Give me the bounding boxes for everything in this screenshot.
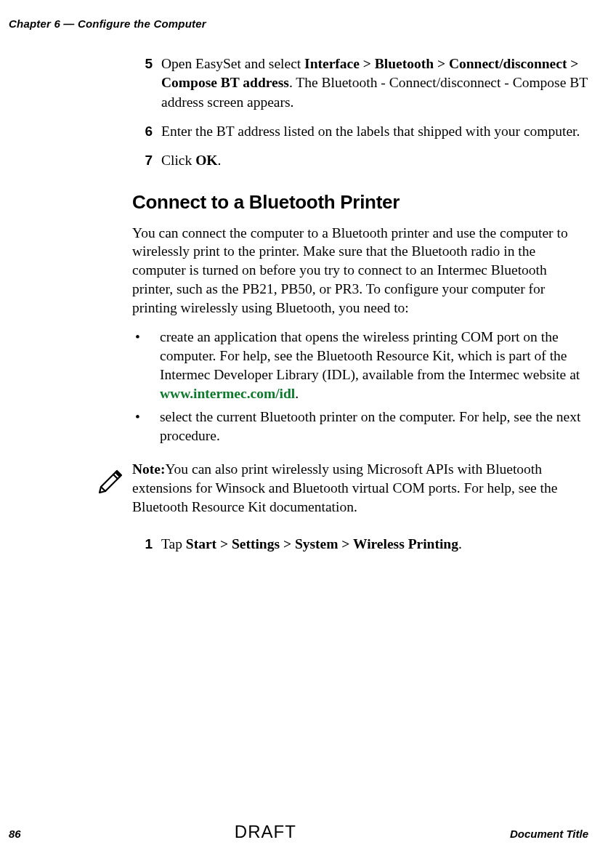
main-content: 5 Open EasySet and select Interface > Bl… (132, 54, 588, 554)
step-pre: Tap (161, 536, 186, 551)
step-number: 7 (132, 151, 161, 170)
bullet-marker: • (132, 408, 160, 445)
step-number: 5 (132, 54, 161, 112)
step-body: Enter the BT address listed on the label… (161, 122, 580, 141)
step-number: 6 (132, 122, 161, 141)
note-body-text: You can also print wirelessly using Micr… (132, 461, 557, 515)
intermec-link[interactable]: www.intermec.com/idl (160, 386, 295, 401)
note-label: Note: (132, 461, 165, 477)
step-post: . (458, 536, 462, 551)
bullet-pre: create an application that opens the wir… (160, 329, 580, 382)
document-title: Document Title (510, 828, 588, 840)
intro-paragraph: You can connect the computer to a Blueto… (132, 224, 588, 318)
step-5: 5 Open EasySet and select Interface > Bl… (132, 54, 588, 112)
step-6: 6 Enter the BT address listed on the lab… (132, 122, 588, 141)
step-body: Open EasySet and select Interface > Blue… (161, 54, 588, 112)
bullet-pre: select the current Bluetooth printer on … (160, 409, 580, 443)
running-header: Chapter 6 — Configure the Computer (9, 17, 588, 30)
step-bold: OK (195, 153, 217, 168)
section-heading: Connect to a Bluetooth Printer (132, 191, 588, 214)
step-7: 7 Click OK. (132, 151, 588, 170)
step-body: Click OK. (161, 151, 221, 170)
step-pre: Click (161, 153, 195, 168)
page-footer: 86 DRAFT Document Title (9, 822, 588, 842)
bullet-marker: • (132, 328, 160, 403)
step-bold: Start > Settings > System > Wireless Pri… (186, 536, 458, 551)
step-pre: Open EasySet and select (161, 56, 304, 71)
step-pre: Enter the BT address listed on the label… (161, 124, 580, 139)
step-body: Tap Start > Settings > System > Wireless… (161, 535, 462, 554)
note-text: Note:You can also print wirelessly using… (132, 460, 588, 517)
step-post: . (217, 153, 221, 168)
page-number: 86 (9, 828, 21, 840)
list-item: • select the current Bluetooth printer o… (132, 408, 588, 445)
note-pencil-icon (96, 464, 126, 496)
note-block: Note:You can also print wirelessly using… (132, 460, 588, 517)
list-item: • create an application that opens the w… (132, 328, 588, 403)
bullet-body: create an application that opens the wir… (160, 328, 588, 403)
step-number: 1 (132, 535, 161, 554)
bullet-body: select the current Bluetooth printer on … (160, 408, 588, 445)
draft-watermark: DRAFT (235, 822, 296, 842)
bullet-post: . (295, 386, 299, 401)
bullet-list: • create an application that opens the w… (132, 328, 588, 445)
step-1: 1 Tap Start > Settings > System > Wirele… (132, 535, 588, 554)
